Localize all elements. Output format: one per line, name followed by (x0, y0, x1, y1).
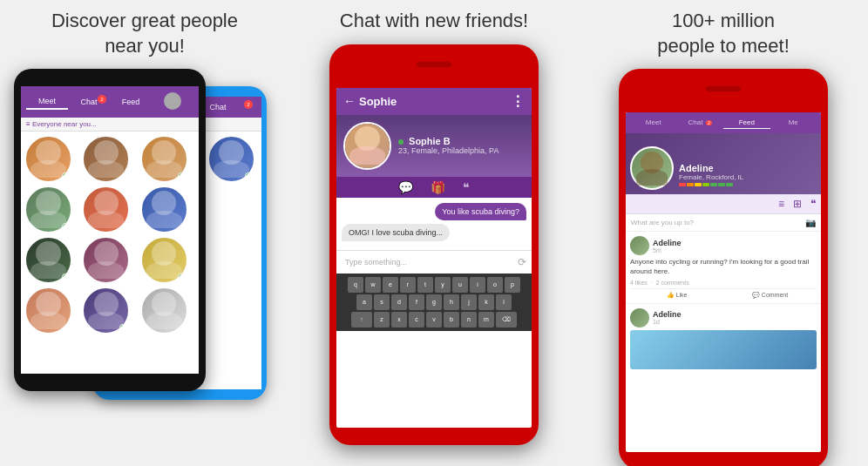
thumbs-up-icon: 👍 (667, 292, 675, 299)
middle-screen: ← Sophie ⋮ Sophie B (336, 88, 532, 428)
front-meet-label: Meet (38, 97, 56, 105)
key-c[interactable]: c (409, 312, 424, 328)
send-icon[interactable]: ⟳ (518, 256, 526, 268)
message-input[interactable]: Type something... (342, 254, 518, 270)
front-tab-feed[interactable]: Feed (110, 95, 152, 109)
keyboard-row-3: ↑ z x c v b n m ⌫ (338, 312, 530, 328)
middle-phone: ← Sophie ⋮ Sophie B (329, 44, 539, 445)
key-k[interactable]: k (478, 294, 494, 310)
comment-button[interactable]: 💬 Comment (723, 292, 817, 299)
right-tab-chat[interactable]: Chat 2 (677, 117, 724, 129)
compat-dot-7 (726, 183, 733, 186)
avatar-11[interactable] (82, 287, 130, 334)
feed-post-1-text: Anyone into cycling or running? I'm look… (630, 258, 817, 276)
key-backspace[interactable]: ⌫ (496, 312, 517, 328)
key-t[interactable]: t (417, 277, 433, 293)
key-y[interactable]: y (435, 277, 451, 293)
avatar-8[interactable] (82, 236, 130, 284)
back-arrow-icon[interactable]: ← (343, 94, 356, 108)
sophie-detail: 23, Female, Philadelphia, PA (398, 146, 498, 155)
list-icon[interactable]: ≡ (778, 198, 784, 210)
key-j[interactable]: j (461, 294, 477, 310)
key-r[interactable]: r (400, 277, 416, 293)
back-avatar-3[interactable] (207, 135, 255, 183)
key-e[interactable]: e (383, 277, 398, 293)
avatar-4[interactable] (24, 186, 72, 233)
compat-dot-6 (718, 183, 725, 186)
avatar-3[interactable] (140, 135, 188, 183)
key-v[interactable]: v (426, 312, 442, 328)
quote-icon[interactable]: ❝ (463, 180, 470, 194)
comment-label: Comment (762, 292, 788, 298)
avatar-7[interactable] (24, 236, 72, 284)
key-m[interactable]: m (478, 312, 494, 328)
feed-section: What are you up to? 📷 Adeline 5m Anyon (626, 214, 821, 374)
front-tab-chat[interactable]: Chat 2 (68, 95, 110, 109)
keyboard: q w e r t y u i o p a s d (336, 274, 532, 331)
key-s[interactable]: s (374, 294, 390, 310)
key-g[interactable]: g (426, 294, 442, 310)
right-tab-meet[interactable]: Meet (630, 117, 677, 129)
key-o[interactable]: o (487, 277, 503, 293)
key-x[interactable]: x (391, 312, 407, 328)
feed-avatar-1[interactable] (630, 236, 649, 255)
quote-right-icon[interactable]: ❝ (810, 198, 816, 210)
feed-post-1: Adeline 5m Anyone into cycling or runnin… (626, 232, 821, 304)
key-w[interactable]: w (365, 277, 381, 293)
front-chat-badge: 2 (98, 95, 106, 104)
right-panel: 100+ million people to meet! Meet Chat 2… (579, 0, 868, 466)
right-screen: Meet Chat 2 Feed Me (626, 112, 821, 452)
avatar-1[interactable] (24, 135, 72, 183)
avatar-12[interactable] (140, 287, 188, 334)
back-chat-label: Chat (209, 103, 226, 111)
back-chat-badge: 2 (244, 100, 253, 109)
key-l[interactable]: l (496, 294, 512, 310)
more-options-icon[interactable]: ⋮ (511, 93, 525, 110)
feed-avatar-2[interactable] (630, 308, 649, 328)
compat-dot-4 (702, 183, 709, 186)
key-d[interactable]: d (391, 294, 407, 310)
share-icon[interactable]: ⊞ (793, 198, 802, 210)
chat-bubble-icon[interactable]: 💬 (398, 180, 413, 194)
key-a[interactable]: a (356, 294, 372, 310)
front-nearby-bar[interactable]: ≡ Everyone near you... (21, 118, 199, 132)
key-h[interactable]: h (444, 294, 459, 310)
avatar-2[interactable] (82, 135, 130, 183)
right-tab-feed[interactable]: Feed (723, 117, 770, 129)
key-p[interactable]: p (505, 277, 520, 293)
front-nearby-grid (21, 132, 199, 338)
compat-dot-2 (687, 183, 694, 186)
keyboard-row-2: a s d f g h j k l (338, 294, 530, 310)
sophie-avatar[interactable] (343, 122, 391, 170)
chat-contact-name: Sophie (359, 95, 507, 108)
profile-action-tabs: ≡ ⊞ ❝ (626, 194, 821, 214)
front-app-header: Meet Chat 2 Feed (21, 86, 199, 118)
sophie-name-text: Sophie B (409, 136, 451, 146)
avatar-5[interactable] (82, 186, 130, 233)
key-i[interactable]: i (470, 277, 485, 293)
key-shift[interactable]: ↑ (351, 312, 372, 328)
key-f[interactable]: f (409, 294, 424, 310)
right-tab-me[interactable]: Me (770, 117, 817, 129)
avatar-10[interactable] (24, 287, 72, 334)
camera-icon[interactable]: 📷 (805, 218, 816, 227)
front-tab-meet[interactable]: Meet (26, 94, 68, 110)
feed-post-2-meta: Adeline 1d (653, 310, 682, 325)
key-b[interactable]: b (444, 312, 459, 328)
like-button[interactable]: 👍 Like (630, 292, 723, 299)
feed-search-bar[interactable]: What are you up to? 📷 (626, 214, 821, 232)
gift-icon[interactable]: 🎁 (431, 180, 445, 194)
avatar-9[interactable] (140, 236, 188, 284)
keyboard-row-1: q w e r t y u i o p (338, 277, 530, 293)
phones-left: Meet Chat 2 Everyone near you... (14, 69, 275, 417)
avatar-6[interactable] (140, 186, 188, 233)
key-z[interactable]: z (374, 312, 390, 328)
key-q[interactable]: q (348, 277, 363, 293)
adeline-avatar[interactable] (630, 146, 674, 190)
key-n[interactable]: n (461, 312, 477, 328)
compat-dot-3 (695, 183, 702, 186)
key-u[interactable]: u (452, 277, 468, 293)
left-panel: Discover great people near you! Meet Cha… (0, 0, 289, 466)
front-tab-avatar[interactable] (152, 90, 193, 114)
sophie-profile-info: Sophie B 23, Female, Philadelphia, PA (398, 136, 498, 155)
